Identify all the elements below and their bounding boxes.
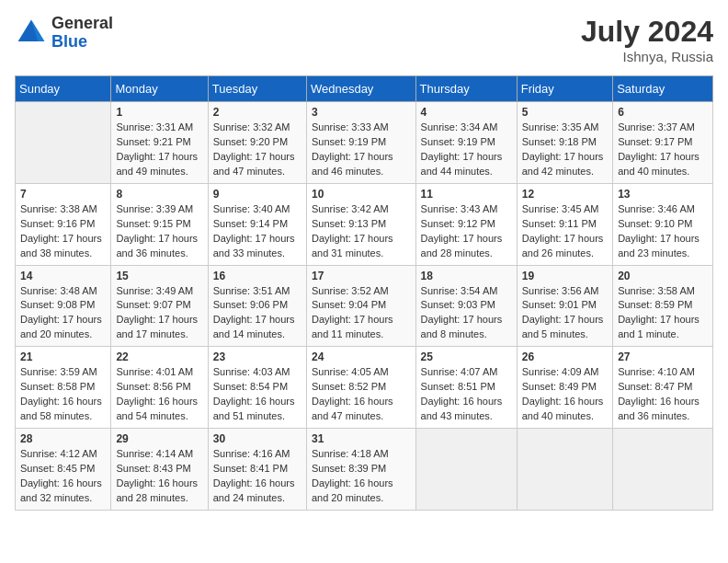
day-info: Sunrise: 3:31 AMSunset: 9:21 PMDaylight:… [116,121,198,177]
day-info: Sunrise: 4:12 AMSunset: 8:45 PMDaylight:… [20,448,102,503]
day-info: Sunrise: 3:59 AMSunset: 8:58 PMDaylight:… [20,366,102,421]
day-info: Sunrise: 3:43 AMSunset: 9:12 PMDaylight:… [421,203,503,259]
month-year: July 2024 [581,15,713,49]
day-number: 17 [312,270,411,282]
weekday-header-wednesday: Wednesday [306,76,415,102]
day-info: Sunrise: 3:34 AMSunset: 9:19 PMDaylight:… [421,121,503,177]
day-info: Sunrise: 4:16 AMSunset: 8:41 PMDaylight:… [213,448,295,503]
calendar-cell: 26Sunrise: 4:09 AMSunset: 8:49 PMDayligh… [517,347,612,429]
day-info: Sunrise: 4:09 AMSunset: 8:49 PMDaylight:… [522,366,604,421]
day-info: Sunrise: 4:10 AMSunset: 8:47 PMDaylight:… [618,366,700,421]
calendar-cell: 31Sunrise: 4:18 AMSunset: 8:39 PMDayligh… [306,429,415,511]
day-info: Sunrise: 3:33 AMSunset: 9:19 PMDaylight:… [312,121,393,177]
calendar-cell: 27Sunrise: 4:10 AMSunset: 8:47 PMDayligh… [613,347,713,429]
calendar-cell: 2Sunrise: 3:32 AMSunset: 9:20 PMDaylight… [208,102,306,184]
calendar-cell: 22Sunrise: 4:01 AMSunset: 8:56 PMDayligh… [111,347,208,429]
weekday-header-friday: Friday [517,76,612,102]
day-number: 11 [421,188,512,201]
day-info: Sunrise: 3:49 AMSunset: 9:07 PMDaylight:… [116,285,198,340]
calendar-cell: 25Sunrise: 4:07 AMSunset: 8:51 PMDayligh… [415,347,517,429]
calendar-cell [517,429,612,511]
day-number: 5 [522,106,608,119]
title-block: July 2024 Ishnya, Russia [581,15,713,64]
day-number: 27 [618,350,708,363]
calendar-table: SundayMondayTuesdayWednesdayThursdayFrid… [15,75,713,511]
day-info: Sunrise: 3:46 AMSunset: 9:10 PMDaylight:… [618,203,700,259]
calendar-week-5: 28Sunrise: 4:12 AMSunset: 8:45 PMDayligh… [16,429,713,511]
day-info: Sunrise: 3:42 AMSunset: 9:13 PMDaylight:… [312,203,393,259]
day-number: 24 [312,350,411,363]
calendar-cell: 21Sunrise: 3:59 AMSunset: 8:58 PMDayligh… [16,347,111,429]
calendar-cell: 10Sunrise: 3:42 AMSunset: 9:13 PMDayligh… [306,183,415,265]
day-number: 15 [116,270,202,282]
day-info: Sunrise: 3:40 AMSunset: 9:14 PMDaylight:… [213,203,295,259]
weekday-header-sunday: Sunday [16,76,111,102]
calendar-cell: 7Sunrise: 3:38 AMSunset: 9:16 PMDaylight… [16,183,111,265]
day-info: Sunrise: 4:05 AMSunset: 8:52 PMDaylight:… [312,366,393,421]
calendar-cell: 18Sunrise: 3:54 AMSunset: 9:03 PMDayligh… [415,265,517,347]
calendar-cell: 4Sunrise: 3:34 AMSunset: 9:19 PMDaylight… [415,102,517,184]
calendar-cell: 15Sunrise: 3:49 AMSunset: 9:07 PMDayligh… [111,265,208,347]
day-number: 6 [618,106,708,119]
day-info: Sunrise: 3:54 AMSunset: 9:03 PMDaylight:… [421,285,503,340]
day-info: Sunrise: 3:52 AMSunset: 9:04 PMDaylight:… [312,285,393,340]
day-info: Sunrise: 4:01 AMSunset: 8:56 PMDaylight:… [116,366,198,421]
calendar-week-2: 7Sunrise: 3:38 AMSunset: 9:16 PMDaylight… [16,183,713,265]
weekday-header-thursday: Thursday [415,76,517,102]
day-number: 22 [116,350,202,363]
calendar-cell: 8Sunrise: 3:39 AMSunset: 9:15 PMDaylight… [111,183,208,265]
calendar-cell: 1Sunrise: 3:31 AMSunset: 9:21 PMDaylight… [111,102,208,184]
location: Ishnya, Russia [581,49,713,64]
calendar-cell: 12Sunrise: 3:45 AMSunset: 9:11 PMDayligh… [517,183,612,265]
day-info: Sunrise: 3:58 AMSunset: 8:59 PMDaylight:… [618,285,700,340]
weekday-header-tuesday: Tuesday [208,76,306,102]
day-number: 12 [522,188,608,201]
logo-general-text: General [51,14,113,32]
calendar-cell: 17Sunrise: 3:52 AMSunset: 9:04 PMDayligh… [306,265,415,347]
day-number: 18 [421,270,512,282]
day-number: 8 [116,188,202,201]
day-info: Sunrise: 3:38 AMSunset: 9:16 PMDaylight:… [20,203,102,259]
day-number: 29 [116,432,202,445]
day-number: 10 [312,188,411,201]
calendar-cell: 30Sunrise: 4:16 AMSunset: 8:41 PMDayligh… [208,429,306,511]
calendar-cell: 16Sunrise: 3:51 AMSunset: 9:06 PMDayligh… [208,265,306,347]
day-info: Sunrise: 3:51 AMSunset: 9:06 PMDaylight:… [213,285,295,340]
day-info: Sunrise: 3:56 AMSunset: 9:01 PMDaylight:… [522,285,604,340]
calendar-cell: 23Sunrise: 4:03 AMSunset: 8:54 PMDayligh… [208,347,306,429]
day-number: 16 [213,270,301,282]
day-info: Sunrise: 4:14 AMSunset: 8:43 PMDaylight:… [116,448,198,503]
day-number: 21 [20,350,106,363]
day-number: 2 [213,106,301,119]
day-info: Sunrise: 3:35 AMSunset: 9:18 PMDaylight:… [522,121,604,177]
day-number: 9 [213,188,301,201]
day-info: Sunrise: 3:45 AMSunset: 9:11 PMDaylight:… [522,203,604,259]
calendar-cell: 5Sunrise: 3:35 AMSunset: 9:18 PMDaylight… [517,102,612,184]
logo-blue-text: Blue [51,32,87,51]
logo-icon [15,17,48,50]
day-number: 31 [312,432,411,445]
day-number: 30 [213,432,301,445]
calendar-cell: 3Sunrise: 3:33 AMSunset: 9:19 PMDaylight… [306,102,415,184]
page-header: General Blue July 2024 Ishnya, Russia [15,15,713,64]
day-number: 20 [618,270,708,282]
logo: General Blue [15,15,113,52]
calendar-cell: 29Sunrise: 4:14 AMSunset: 8:43 PMDayligh… [111,429,208,511]
calendar-week-1: 1Sunrise: 3:31 AMSunset: 9:21 PMDaylight… [16,102,713,184]
calendar-cell: 13Sunrise: 3:46 AMSunset: 9:10 PMDayligh… [613,183,713,265]
day-number: 7 [20,188,106,201]
calendar-cell: 28Sunrise: 4:12 AMSunset: 8:45 PMDayligh… [16,429,111,511]
day-number: 4 [421,106,512,119]
calendar-cell: 24Sunrise: 4:05 AMSunset: 8:52 PMDayligh… [306,347,415,429]
day-number: 13 [618,188,708,201]
day-number: 1 [116,106,202,119]
day-number: 26 [522,350,608,363]
calendar-cell: 14Sunrise: 3:48 AMSunset: 9:08 PMDayligh… [16,265,111,347]
calendar-cell: 20Sunrise: 3:58 AMSunset: 8:59 PMDayligh… [613,265,713,347]
day-number: 23 [213,350,301,363]
calendar-cell [16,102,111,184]
day-number: 19 [522,270,608,282]
weekday-header-row: SundayMondayTuesdayWednesdayThursdayFrid… [16,76,713,102]
calendar-week-3: 14Sunrise: 3:48 AMSunset: 9:08 PMDayligh… [16,265,713,347]
day-number: 14 [20,270,106,282]
